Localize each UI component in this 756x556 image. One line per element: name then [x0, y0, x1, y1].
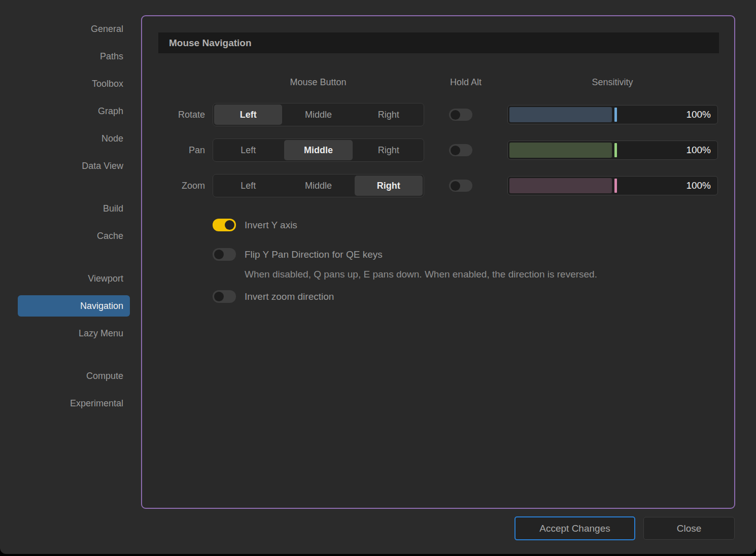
invert-y-axis-label: Invert Y axis	[245, 219, 297, 231]
settings-sidebar: General Paths Toolbox Graph Node Data Vi…	[0, 18, 131, 420]
invert-y-axis-toggle[interactable]	[213, 219, 236, 231]
toggle-knob	[225, 220, 234, 230]
section-header: Mouse Navigation	[158, 32, 719, 53]
sidebar-item-graph[interactable]: Graph	[18, 100, 130, 122]
rotate-hold-alt-toggle[interactable]	[449, 109, 472, 121]
row-label-zoom: Zoom	[142, 174, 205, 197]
slider-fill	[509, 178, 612, 193]
preferences-window: General Paths Toolbox Graph Node Data Vi…	[0, 0, 756, 554]
navigation-settings-panel: Mouse Navigation Mouse Button Hold Alt S…	[141, 15, 735, 509]
sidebar-item-lazy-menu[interactable]: Lazy Menu	[18, 323, 130, 344]
pan-mouse-button-group: Left Middle Right	[213, 138, 424, 162]
flip-y-pan-label: Flip Y Pan Direction for QE keys	[245, 248, 383, 261]
toggle-knob	[451, 181, 460, 191]
sidebar-item-node[interactable]: Node	[18, 128, 130, 149]
slider-fill	[509, 143, 612, 158]
row-label-pan: Pan	[142, 138, 205, 162]
row-label-rotate: Rotate	[142, 103, 205, 126]
rotate-mouse-button-group: Left Middle Right	[213, 103, 424, 126]
slider-handle[interactable]	[614, 108, 617, 122]
toggle-knob	[451, 110, 460, 120]
zoom-left-option[interactable]: Left	[214, 176, 282, 196]
toggle-knob	[451, 146, 460, 155]
close-button[interactable]: Close	[643, 517, 735, 540]
slider-fill	[509, 107, 612, 122]
toggle-knob	[214, 250, 224, 259]
pan-sensitivity-value: 100%	[686, 141, 711, 159]
flip-y-pan-toggle[interactable]	[213, 248, 236, 261]
accept-changes-button[interactable]: Accept Changes	[514, 516, 635, 540]
rotate-right-option[interactable]: Right	[355, 105, 423, 125]
slider-handle[interactable]	[614, 143, 617, 157]
zoom-sensitivity-slider[interactable]: 100%	[507, 176, 718, 195]
sidebar-item-cache[interactable]: Cache	[18, 225, 130, 247]
toggle-knob	[214, 292, 224, 301]
zoom-sensitivity-value: 100%	[686, 177, 711, 195]
sidebar-item-data-view[interactable]: Data View	[18, 155, 130, 177]
zoom-mouse-button-group: Left Middle Right	[213, 174, 424, 197]
sidebar-item-toolbox[interactable]: Toolbox	[18, 73, 130, 94]
column-header-sensitivity: Sensitivity	[592, 77, 633, 88]
sidebar-item-general[interactable]: General	[18, 18, 130, 40]
pan-right-option[interactable]: Right	[355, 140, 423, 160]
invert-zoom-direction-label: Invert zoom direction	[245, 290, 334, 303]
pan-sensitivity-slider[interactable]: 100%	[507, 141, 718, 160]
sidebar-item-viewport[interactable]: Viewport	[18, 268, 130, 289]
sidebar-item-paths[interactable]: Paths	[18, 46, 130, 67]
invert-zoom-direction-toggle[interactable]	[213, 290, 236, 303]
pan-middle-option[interactable]: Middle	[284, 140, 352, 160]
column-header-mouse-button: Mouse Button	[290, 77, 346, 88]
rotate-left-option[interactable]: Left	[214, 105, 282, 125]
sidebar-item-compute[interactable]: Compute	[18, 365, 130, 387]
sidebar-item-navigation[interactable]: Navigation	[18, 295, 130, 317]
flip-y-pan-description: When disabled, Q pans up, E pans down. W…	[245, 269, 597, 280]
zoom-right-option[interactable]: Right	[355, 176, 423, 196]
pan-hold-alt-toggle[interactable]	[449, 144, 472, 156]
rotate-middle-option[interactable]: Middle	[284, 105, 352, 125]
slider-handle[interactable]	[614, 179, 617, 193]
sidebar-item-build[interactable]: Build	[18, 198, 130, 219]
zoom-middle-option[interactable]: Middle	[284, 176, 352, 196]
sidebar-item-experimental[interactable]: Experimental	[18, 393, 130, 414]
pan-left-option[interactable]: Left	[214, 140, 282, 160]
rotate-sensitivity-slider[interactable]: 100%	[507, 105, 718, 124]
zoom-hold-alt-toggle[interactable]	[449, 180, 472, 192]
rotate-sensitivity-value: 100%	[686, 106, 711, 124]
column-header-hold-alt: Hold Alt	[450, 77, 482, 88]
